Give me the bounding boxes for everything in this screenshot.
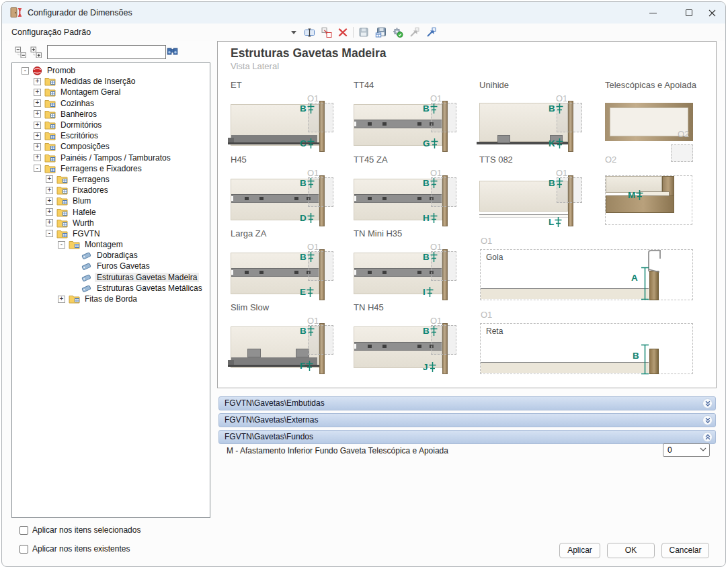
collapse-toggle[interactable]: - [34,165,41,172]
apply-selected-checkbox-row[interactable]: Aplicar nos itens selecionados [19,525,140,535]
dimension-line-icon [641,267,649,300]
expand-toggle[interactable]: + [46,219,53,226]
tree-item-montagem[interactable]: -Montagem [12,239,210,250]
rail-notch [354,344,356,349]
tree-expand-all-icon[interactable] [30,46,42,58]
ok-button[interactable]: OK [607,543,655,558]
tree-item-fitas-de-borda[interactable]: +Fitas de Borda [12,294,210,304]
collapse-toggle[interactable]: - [46,230,53,237]
tree-item-furos-gavetas[interactable]: Furos Gavetas [12,261,210,271]
tree-search-input[interactable] [47,45,166,59]
tree-item-cozinhas[interactable]: +Cozinhas [12,98,210,109]
configuration-combobox[interactable]: Configuração Padrão [11,24,91,41]
rail-block [296,349,309,357]
drawer-front [649,271,659,300]
dimension-top: B [423,103,438,114]
tree-item-estruturas-gavetas-metalicas[interactable]: Estruturas Gavetas Metálicas [12,283,210,294]
tag-icon [81,251,92,260]
tree-item-escritorios[interactable]: +Escritórios [12,130,210,141]
expand-toggle[interactable]: + [46,175,53,183]
maximize-icon [686,9,692,16]
panel-bar-fundos[interactable]: FGVTN\Gavetas\Fundos [218,430,716,444]
combobox-dropdown-icon[interactable] [291,31,296,34]
expand-toggle[interactable]: + [46,187,53,194]
folder-icon [44,142,56,151]
tree-item-hafele[interactable]: +Hafele [12,206,210,217]
tree-item-composicoes[interactable]: +Composições [12,141,210,152]
expand-toggle[interactable]: + [46,198,53,205]
rename-configuration-icon[interactable] [302,26,316,38]
tree-item-medidas-insercao[interactable]: +Medidas de Inserção [12,76,210,87]
dimension-bottom: J [423,362,436,372]
tree-item-dormitorios[interactable]: +Dormitórios [12,120,210,130]
checkbox[interactable] [19,526,28,535]
tree-item-estruturas-gavetas-madeira[interactable]: Estruturas Gavetas Madeira [12,272,210,283]
panel-bar-externas[interactable]: FGVTN\Gavetas\Externas [218,413,716,427]
rail-notch [231,196,233,201]
dimension-mark-icon [430,103,438,114]
delete-configuration-icon[interactable] [336,26,350,38]
tree-item-blum[interactable]: +Blum [12,195,210,206]
tree-item-dobradicas[interactable]: Dobradiças [12,250,210,261]
save-config-icon[interactable] [374,26,387,38]
drawer-front [649,349,659,374]
folder-icon [56,175,68,184]
apply-button[interactable]: Aplicar [559,543,600,558]
zone-label: O1 [481,236,492,246]
tag-icon [81,261,92,271]
dimension-mark-icon [306,361,313,371]
tree-item-fixadores[interactable]: +Fixadores [12,185,210,195]
minimize-button[interactable] [638,2,668,24]
collapse-panel-button[interactable] [702,432,713,442]
title-bar: Configurador de Dimensões [2,2,725,24]
checkbox[interactable] [19,545,28,554]
close-button[interactable] [697,2,726,24]
screw [245,271,249,274]
diagram-label: TT44 [354,80,467,90]
panel-bar-embutidas[interactable]: FGVTN\Gavetas\Embutidas [218,396,716,410]
find-binoculars-icon[interactable] [166,46,179,58]
screw [417,271,421,274]
expand-toggle[interactable]: + [34,99,41,107]
duplicate-configuration-icon[interactable] [319,26,333,38]
frame-inner [610,107,688,136]
expand-toggle[interactable]: + [34,132,41,140]
expand-toggle[interactable]: + [34,89,41,96]
dimension-mark-icon [307,252,315,262]
dimension-mark-icon [307,138,315,148]
expand-toggle[interactable]: + [46,208,53,216]
folder-icon [56,208,68,217]
expand-toggle[interactable]: + [34,110,41,118]
expand-toggle[interactable]: + [34,122,41,129]
apply-settings-icon[interactable] [391,26,404,38]
expand-toggle[interactable]: + [34,143,41,150]
checkbox-label: Aplicar nos itens existentes [32,544,130,554]
rail-notch [354,196,356,201]
expand-panel-button[interactable] [702,398,713,408]
expand-toggle[interactable]: + [34,154,41,161]
link-icon[interactable] [424,26,438,38]
collapse-toggle[interactable]: - [22,67,29,75]
rail-notch [354,122,356,126]
chevron-double-down-icon [704,400,712,408]
folder-icon [44,164,56,173]
cancel-button[interactable]: Cancelar [661,543,709,558]
tree-item-ferragens[interactable]: +Ferragens [12,174,210,185]
tree-collapse-all-icon[interactable] [15,46,27,58]
tree-item-fgvtn[interactable]: -FGVTN [12,228,210,239]
collapse-toggle[interactable]: - [58,241,65,249]
expand-panel-button[interactable] [702,415,713,425]
zone-label: O1 [430,316,442,326]
tree-item-paineis-tampos-tamburatos[interactable]: +Painéis / Tampos / Tamburatos [12,152,210,163]
expand-toggle[interactable]: + [34,78,41,85]
tree-item-montagem-geral[interactable]: +Montagem Geral [12,87,210,97]
tree-item-promob[interactable]: -Promob [12,65,210,76]
rail-foot [228,138,234,142]
chevron-double-down-icon [704,417,712,425]
parameter-value-select[interactable]: 0 [663,443,710,457]
tree-item-wurth[interactable]: +Wurth [12,218,210,228]
apply-existing-checkbox-row[interactable]: Aplicar nos itens existentes [19,544,130,554]
tree-item-ferragens-e-fixadores[interactable]: -Ferragens e Fixadores [12,163,210,174]
expand-toggle[interactable]: + [58,296,65,303]
tree-item-banheiros[interactable]: +Banheiros [12,109,210,120]
